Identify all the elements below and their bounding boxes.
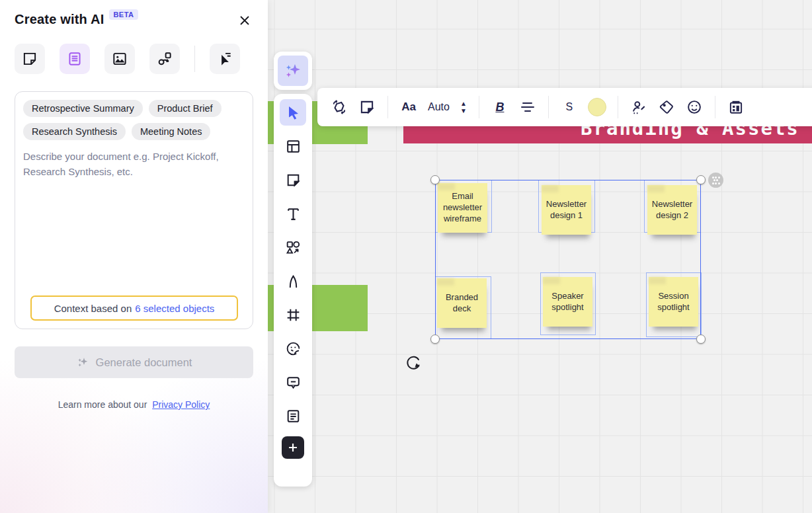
- pen-icon[interactable]: [280, 268, 306, 294]
- resize-handle-sw[interactable]: [430, 335, 440, 344]
- toolbar-divider: [618, 96, 618, 118]
- creation-toolbar: [274, 94, 312, 487]
- comment-icon[interactable]: [280, 369, 306, 395]
- sticky-note-icon[interactable]: [15, 44, 45, 74]
- selection-rectangle[interactable]: [435, 180, 701, 339]
- tag-icon[interactable]: [654, 95, 679, 120]
- selected-objects-link[interactable]: 6 selected objects: [135, 303, 214, 314]
- create-with-ai-panel: Create with AI BETA: [0, 0, 268, 513]
- templates-icon[interactable]: [280, 133, 306, 159]
- resize-handle-nw[interactable]: [430, 175, 440, 184]
- sticky-note-icon[interactable]: [354, 95, 380, 120]
- emoji-icon[interactable]: [682, 95, 707, 120]
- context-indicator: Context based on 6 selected objects: [30, 296, 238, 321]
- privacy-policy-link[interactable]: Privacy Policy: [152, 399, 210, 410]
- board-icon[interactable]: [723, 95, 749, 120]
- font-icon[interactable]: Aa: [396, 95, 421, 120]
- sparkle-icon: [76, 356, 89, 369]
- toolbar-divider: [387, 96, 388, 118]
- resize-handle-ne[interactable]: [696, 175, 706, 184]
- toolbar-divider: [479, 96, 479, 118]
- object-format-toolbar: Aa Auto ▲ ▼ B S: [317, 88, 812, 126]
- context-prefix: Context based on: [54, 303, 132, 314]
- generate-button-label: Generate document: [96, 356, 192, 369]
- selection-context-menu-handle[interactable]: [708, 173, 723, 188]
- beta-badge: BETA: [109, 9, 138, 20]
- select-objects-icon[interactable]: [210, 44, 240, 74]
- ai-assist-button[interactable]: [274, 52, 312, 90]
- image-icon[interactable]: [104, 44, 135, 74]
- toolbar-divider: [715, 96, 715, 118]
- font-size-value[interactable]: Auto: [424, 95, 454, 120]
- chip-meeting-notes[interactable]: Meeting Notes: [132, 123, 211, 140]
- learn-more-text: Learn more about our: [58, 399, 147, 410]
- assign-icon[interactable]: [626, 95, 651, 120]
- text-icon[interactable]: [280, 200, 306, 227]
- select-cursor-icon[interactable]: [280, 99, 306, 126]
- page-title: Create with AI: [15, 12, 104, 27]
- shapes-icon[interactable]: [280, 234, 306, 260]
- generate-document-button[interactable]: Generate document: [15, 346, 253, 378]
- chip-research-synthesis[interactable]: Research Synthesis: [23, 123, 126, 140]
- resize-handle-se[interactable]: [696, 335, 706, 344]
- font-size-stepper[interactable]: ▲ ▼: [456, 101, 471, 114]
- rotate-handle-icon[interactable]: [405, 354, 423, 372]
- document-icon[interactable]: [280, 403, 306, 429]
- toolbar-divider: [548, 96, 549, 118]
- sticker-icon[interactable]: [280, 335, 306, 362]
- sticky-note-icon[interactable]: [280, 167, 306, 193]
- prompt-card: Retrospective Summary Product Brief Rese…: [15, 91, 253, 329]
- tools-divider: [194, 46, 195, 72]
- stepper-up-icon[interactable]: ▲: [460, 101, 467, 106]
- add-more-icon[interactable]: [282, 436, 304, 459]
- align-icon[interactable]: [515, 95, 540, 120]
- stepper-down-icon[interactable]: ▼: [460, 108, 467, 114]
- color-swatch[interactable]: [585, 95, 610, 120]
- flowchart-icon[interactable]: [149, 44, 180, 74]
- document-description-input[interactable]: Describe your document e.g. Project Kick…: [23, 149, 228, 179]
- ai-sparkle-icon: [278, 56, 308, 86]
- bold-icon[interactable]: B: [487, 95, 512, 120]
- frame-icon[interactable]: [280, 301, 306, 328]
- chip-product-brief[interactable]: Product Brief: [149, 100, 222, 117]
- chip-retrospective-summary[interactable]: Retrospective Summary: [23, 100, 143, 117]
- text-size-icon[interactable]: S: [557, 95, 582, 120]
- switch-type-icon[interactable]: [327, 95, 352, 120]
- document-icon[interactable]: [60, 44, 90, 74]
- close-icon[interactable]: [236, 12, 253, 29]
